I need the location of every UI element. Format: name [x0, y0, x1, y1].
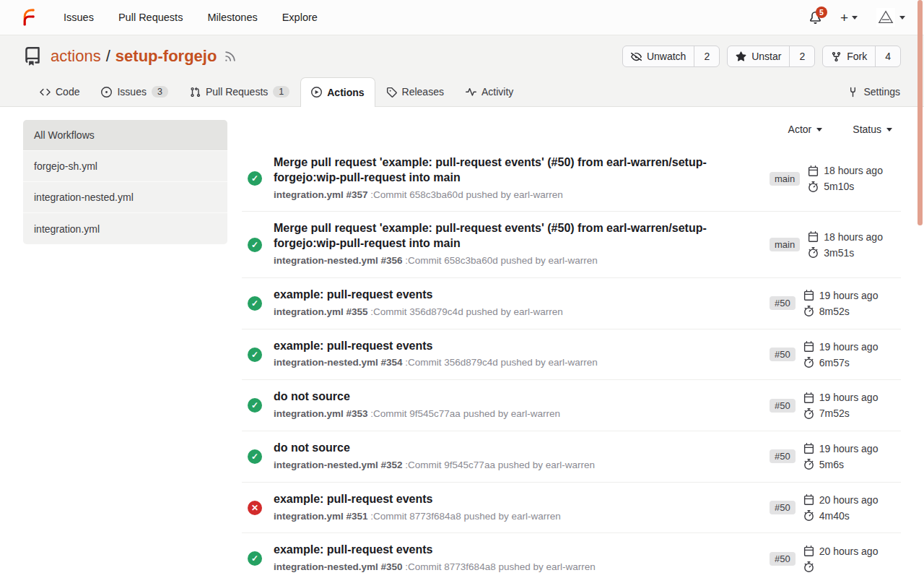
notifications-button[interactable]: 5 [809, 12, 821, 24]
unstar-button[interactable]: Unstar [728, 46, 789, 66]
run-duration-line: 8m52s [803, 306, 879, 317]
create-new-button[interactable]: + [840, 11, 858, 25]
notification-count-badge: 5 [816, 7, 827, 18]
run-relative-time: 19 hours ago [819, 341, 879, 353]
nav-link-pull-requests[interactable]: Pull Requests [118, 12, 183, 23]
repo-action-buttons: Unwatch 2 Unstar 2 [622, 46, 901, 67]
unwatch-button[interactable]: Unwatch [623, 46, 694, 66]
calendar-icon [808, 165, 819, 176]
run-workflow-ref: integration.yml #351 [274, 511, 368, 522]
workflow-run-row: Merge pull request 'example: pull-reques… [242, 212, 901, 277]
fork-button-group: Fork 4 [822, 46, 901, 67]
actor-filter-label: Actor [788, 124, 812, 135]
nav-link-explore[interactable]: Explore [282, 12, 318, 23]
play-circle-icon [311, 87, 322, 98]
calendar-icon [803, 494, 814, 505]
runs-main: Actor Status Merge pull request 'example… [242, 118, 901, 578]
sidebar-workflow-item[interactable]: integration-nested.yml [23, 182, 227, 213]
avatar [876, 8, 895, 27]
run-commit-info: :Commit 9f545c77aa pushed by earl-warren [370, 408, 560, 419]
run-subtitle: integration.yml #357 :Commit 658c3ba60d … [274, 189, 744, 202]
unwatch-label: Unwatch [647, 51, 686, 62]
run-ref-badge[interactable]: #50 [770, 449, 796, 463]
run-ref-badge[interactable]: #50 [770, 552, 796, 566]
page-scrollbar[interactable] [918, 0, 923, 225]
chevron-down-icon [816, 128, 822, 131]
run-title-link[interactable]: Merge pull request 'example: pull-reques… [274, 221, 744, 251]
tab-label: Pull Requests [206, 86, 268, 98]
run-title-link[interactable]: Merge pull request 'example: pull-reques… [274, 155, 744, 186]
run-title-link[interactable]: do not source [274, 441, 744, 456]
tab-code[interactable]: Code [29, 77, 90, 106]
repo-name-link[interactable]: setup-forgejo [116, 47, 217, 66]
sidebar-workflow-item[interactable]: forgejo-sh.yml [23, 151, 227, 182]
run-duration-line: 6m57s [803, 357, 879, 368]
tab-settings[interactable]: Settings [837, 77, 911, 106]
run-status-icon [248, 171, 262, 186]
pull-requests-count-badge: 1 [273, 86, 289, 98]
run-title-link[interactable]: example: pull-request events [274, 543, 744, 558]
sidebar-workflow-item[interactable]: integration.yml [23, 213, 227, 244]
eye-slash-icon [631, 51, 642, 62]
run-time-line: 20 hours ago [803, 494, 879, 506]
run-duration: 5m10s [824, 181, 854, 192]
tab-releases[interactable]: Releases [375, 77, 455, 106]
run-relative-time: 18 hours ago [824, 231, 883, 243]
sidebar-workflow-item[interactable]: All Workflows [23, 120, 227, 151]
fork-button[interactable]: Fork [823, 46, 875, 66]
run-title-link[interactable]: example: pull-request events [274, 492, 744, 507]
nav-link-milestones[interactable]: Milestones [207, 12, 257, 23]
run-duration: 5m6s [819, 459, 844, 470]
tab-activity[interactable]: Activity [455, 77, 524, 106]
nav-link-issues[interactable]: Issues [64, 12, 94, 23]
run-ref-badge[interactable]: main [770, 172, 800, 186]
tab-actions[interactable]: Actions [300, 77, 375, 107]
user-menu[interactable] [876, 8, 905, 27]
run-time-line: 19 hours ago [803, 392, 879, 403]
repo-title: actions / setup-forgejo [51, 47, 217, 66]
plus-icon: + [840, 11, 848, 25]
run-times: 20 hours ago [803, 545, 879, 572]
run-workflow-ref: integration-nested.yml #354 [274, 357, 403, 368]
run-time-line: 18 hours ago [808, 165, 883, 176]
issue-opened-icon [101, 87, 112, 98]
run-commit-info: :Commit 356d879c4d pushed by earl-warren [405, 357, 597, 368]
tab-issues[interactable]: Issues 3 [90, 77, 178, 106]
forgejo-logo-icon[interactable] [19, 7, 39, 27]
run-status-icon [248, 551, 262, 566]
unstar-button-group: Unstar 2 [727, 46, 815, 67]
run-time-line: 20 hours ago [803, 545, 879, 557]
run-workflow-ref: integration.yml #353 [274, 408, 368, 419]
run-duration: 6m57s [819, 357, 850, 368]
run-relative-time: 19 hours ago [819, 443, 879, 454]
rss-icon[interactable] [224, 50, 237, 63]
run-ref-badge[interactable]: #50 [770, 296, 796, 310]
run-ref-badge[interactable]: #50 [770, 399, 796, 413]
watchers-count[interactable]: 2 [694, 46, 719, 66]
run-subtitle: integration.yml #351 :Commit 8773f684a8 … [274, 510, 744, 524]
run-ref-badge[interactable]: #50 [770, 348, 796, 361]
run-duration: 4m40s [819, 510, 850, 522]
run-duration: 7m52s [819, 407, 850, 419]
workflow-run-row: example: pull-request events integration… [242, 483, 901, 534]
run-title-link[interactable]: example: pull-request events [274, 339, 744, 354]
run-commit-info: :Commit 356d879c4d pushed by earl-warren [370, 306, 562, 317]
run-title-link[interactable]: example: pull-request events [274, 288, 744, 303]
workflow-run-row: do not source integration.yml #353 :Comm… [242, 380, 901, 431]
status-filter-dropdown[interactable]: Status [848, 123, 897, 136]
run-ref-badge[interactable]: #50 [770, 501, 796, 514]
stars-count[interactable]: 2 [789, 46, 814, 66]
tab-label: Issues [117, 86, 146, 98]
star-icon [736, 51, 746, 62]
run-title-link[interactable]: do not source [274, 389, 744, 405]
forks-count[interactable]: 4 [875, 46, 900, 66]
chevron-down-icon [852, 16, 858, 20]
repo-owner-link[interactable]: actions [51, 47, 101, 66]
repo-separator: / [106, 47, 110, 66]
run-status-icon [248, 449, 262, 464]
run-ref-badge[interactable]: main [770, 238, 800, 251]
tab-pull-requests[interactable]: Pull Requests 1 [179, 77, 300, 106]
workflow-run-row: example: pull-request events integration… [242, 533, 901, 578]
run-subtitle: integration.yml #355 :Commit 356d879c4d … [274, 306, 744, 319]
actor-filter-dropdown[interactable]: Actor [784, 123, 827, 136]
